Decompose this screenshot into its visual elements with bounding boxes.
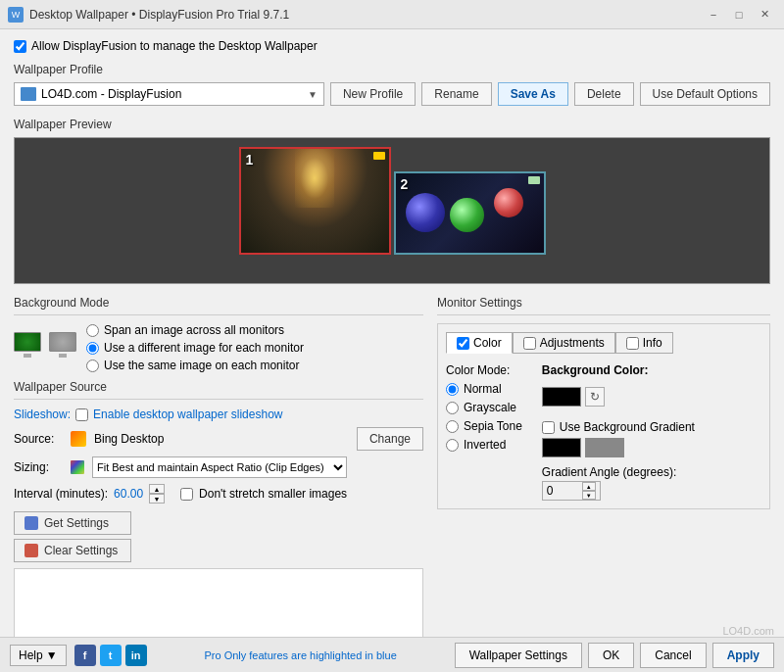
source-section-title: Wallpaper Source <box>14 380 423 394</box>
tabs-row: Color Adjustments Info <box>446 332 761 354</box>
gradient-label: Use Background Gradient <box>560 420 695 434</box>
manage-label: Allow DisplayFusion to manage the Deskto… <box>31 39 318 53</box>
change-button[interactable]: Change <box>357 427 423 451</box>
gradient-swatches <box>542 438 695 457</box>
radio-span[interactable] <box>86 324 99 337</box>
wallpaper-source-section: Slideshow: Enable desktop wallpaper slid… <box>14 408 423 504</box>
tab-adjustments[interactable]: Adjustments <box>513 332 615 354</box>
monitor-2-preview: 2 <box>394 171 546 255</box>
radio-span-label: Span an image across all monitors <box>104 323 284 337</box>
bg-mode-divider <box>14 314 423 315</box>
adjustments-tab-checkbox[interactable] <box>523 337 536 350</box>
manage-checkbox[interactable] <box>14 40 26 53</box>
radio-sepia-label: Sepia Tone <box>464 419 522 433</box>
radio-same[interactable] <box>86 360 99 372</box>
bg-color-swatch[interactable] <box>542 387 581 407</box>
get-settings-icon <box>24 516 38 530</box>
slideshow-link[interactable]: Slideshow: <box>14 408 71 421</box>
radio-same-label: Use the same image on each monitor <box>104 359 299 372</box>
tab-color-label: Color <box>473 336 502 350</box>
get-settings-button[interactable]: Get Settings <box>14 511 131 535</box>
maximize-button[interactable]: □ <box>727 5 751 24</box>
new-profile-button[interactable]: New Profile <box>330 82 416 106</box>
monitor-1-preview: 1 <box>239 147 391 255</box>
dropdown-arrow-icon: ▼ <box>308 89 318 100</box>
refresh-icon[interactable]: ↻ <box>585 387 605 407</box>
app-icon: W <box>8 7 24 23</box>
gradient-section: Use Background Gradient Gradient Angle (… <box>542 420 695 501</box>
info-tab-checkbox[interactable] <box>626 337 639 350</box>
tab-adjustments-label: Adjustments <box>540 336 605 350</box>
profile-section-label: Wallpaper Profile <box>14 63 770 76</box>
mini-monitor-2 <box>49 332 76 358</box>
spinner-up[interactable]: ▲ <box>149 484 165 494</box>
rename-button[interactable]: Rename <box>421 82 491 106</box>
no-stretch-label: Don't stretch smaller images <box>199 487 347 501</box>
tab-color[interactable]: Color <box>446 332 513 354</box>
wallpaper-settings-button[interactable]: Wallpaper Settings <box>455 643 582 668</box>
radio-inverted-input[interactable] <box>446 439 459 452</box>
bg-color-section: Background Color: ↻ Use Background Gradi… <box>542 363 695 501</box>
radio-different[interactable] <box>86 342 99 355</box>
color-tab-checkbox[interactable] <box>457 337 469 350</box>
profile-value: LO4D.com - DisplayFusion <box>41 87 303 101</box>
action-buttons: Get Settings Clear Settings <box>14 511 423 562</box>
clear-settings-button[interactable]: Clear Settings <box>14 539 131 562</box>
watermark: LO4D.com <box>722 625 774 637</box>
no-stretch-checkbox[interactable] <box>180 488 193 501</box>
titlebar: W Desktop Wallpaper • DisplayFusion Pro … <box>0 0 784 29</box>
bottombar-right: Wallpaper Settings OK Cancel Apply <box>455 643 774 668</box>
bottombar: Help ▼ f t in Pro Only features are high… <box>0 637 784 672</box>
spinner-down[interactable]: ▼ <box>149 494 165 504</box>
apply-button[interactable]: Apply <box>712 643 774 668</box>
linkedin-icon[interactable]: in <box>125 645 147 666</box>
save-as-button[interactable]: Save As <box>498 82 568 106</box>
sizing-select[interactable]: Fit Best and maintain Aspect Ratio (Clip… <box>92 456 347 478</box>
facebook-icon[interactable]: f <box>74 645 96 666</box>
minimize-button[interactable]: − <box>702 5 725 24</box>
radio-normal-input[interactable] <box>446 383 459 396</box>
wallpaper-preview-box: 1 2 <box>14 137 770 284</box>
use-default-button[interactable]: Use Default Options <box>640 82 770 106</box>
cancel-button[interactable]: Cancel <box>640 643 706 668</box>
help-button[interactable]: Help ▼ <box>10 645 67 666</box>
lower-section: Background Mode Span an ima <box>14 296 770 672</box>
twitter-icon[interactable]: t <box>100 645 122 666</box>
color-mode-section: Color Mode: Normal Grayscale <box>446 363 761 501</box>
gradient-angle-label: Gradient Angle (degrees): <box>542 465 695 479</box>
gradient-checkbox[interactable] <box>542 421 555 434</box>
angle-down-btn[interactable]: ▼ <box>582 491 596 500</box>
color-mode-label: Color Mode: <box>446 363 522 377</box>
mini-stand-2 <box>59 354 67 358</box>
bg-color-label: Background Color: <box>542 363 695 377</box>
clear-settings-icon <box>24 544 38 557</box>
monitor-1-num: 1 <box>246 152 254 168</box>
gradient-swatch-2[interactable] <box>585 438 624 457</box>
angle-up-btn[interactable]: ▲ <box>582 482 596 491</box>
bg-color-row: ↻ <box>542 387 695 407</box>
right-panel: Monitor Settings Color Adjustments Inf <box>437 296 770 672</box>
profile-row: LO4D.com - DisplayFusion ▼ New Profile R… <box>14 82 770 106</box>
gradient-angle-input[interactable]: 0 ▲ ▼ <box>542 481 601 501</box>
social-icons: f t in <box>74 645 147 666</box>
gradient-angle-value: 0 <box>547 484 554 498</box>
window-controls: − □ ✕ <box>702 5 776 24</box>
monitor-2-num: 2 <box>401 176 409 192</box>
radio-sepia-input[interactable] <box>446 420 459 433</box>
radio-grayscale: Grayscale <box>446 401 522 414</box>
close-button[interactable]: ✕ <box>753 5 776 24</box>
slideshow-checkbox[interactable] <box>75 408 88 421</box>
interval-row: Interval (minutes): 60.00 ▲ ▼ Don't stre… <box>14 484 423 504</box>
radio-different-label: Use a different image for each monitor <box>104 341 304 355</box>
profile-select[interactable]: LO4D.com - DisplayFusion ▼ <box>14 82 324 106</box>
sizing-row: Sizing: Fit Best and maintain Aspect Rat… <box>14 456 423 478</box>
monitor-settings-divider <box>437 314 770 315</box>
tab-info[interactable]: Info <box>615 332 673 354</box>
radio-grayscale-input[interactable] <box>446 402 459 414</box>
ok-button[interactable]: OK <box>588 643 634 668</box>
monitor-settings-title: Monitor Settings <box>437 296 770 310</box>
pro-text: Pro Only features are highlighted in blu… <box>204 649 396 661</box>
gradient-swatch-1[interactable] <box>542 438 581 457</box>
delete-button[interactable]: Delete <box>574 82 634 106</box>
interval-label: Interval (minutes): <box>14 487 108 501</box>
